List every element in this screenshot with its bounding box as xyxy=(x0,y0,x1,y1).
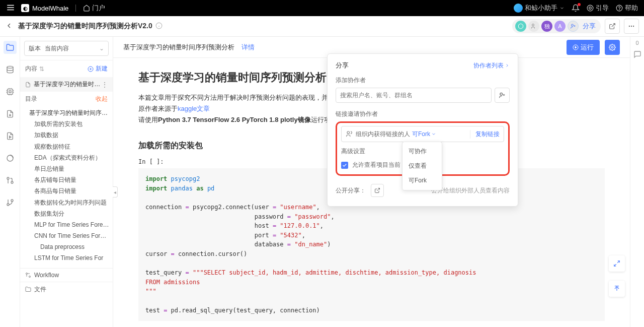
svg-point-46 xyxy=(500,93,503,95)
perm-option-view[interactable]: 仅查看 xyxy=(403,159,442,173)
new-button[interactable]: 新建 xyxy=(88,64,108,73)
svg-point-18 xyxy=(7,66,13,68)
toc-item[interactable]: Data preprocess xyxy=(29,241,113,252)
toc-item[interactable]: LSTM for Time Series For xyxy=(29,252,113,264)
content-label: 内容 xyxy=(25,64,37,73)
nav-run[interactable] xyxy=(4,129,17,143)
nav-data[interactable] xyxy=(4,63,17,76)
info-button[interactable] xyxy=(155,22,163,31)
nav-progress[interactable] xyxy=(4,152,17,165)
allow-view-checkbox[interactable] xyxy=(341,162,348,169)
toc-item[interactable]: CNN for Time Series Forecasting xyxy=(29,230,113,241)
play-circle-icon xyxy=(573,44,579,50)
public-share-desc: 公开给组织外部人员查看内容 xyxy=(431,186,510,195)
toc-item[interactable]: MLP for Time Series Forecasting xyxy=(29,219,113,230)
notification-dot-icon xyxy=(578,3,581,6)
link-invite-label: 链接邀请协作者 xyxy=(336,110,510,118)
collaborator-badges[interactable]: 独 A 分享 xyxy=(512,19,601,33)
svg-point-17 xyxy=(633,26,634,27)
nav-compute[interactable] xyxy=(4,85,17,98)
sort-icon[interactable]: ⇅ xyxy=(39,66,44,73)
toc-item[interactable]: 将数据转化为时间序列问题 xyxy=(29,197,113,208)
toc-item[interactable]: 单日总销量 xyxy=(29,163,113,174)
toc-item[interactable]: 各店铺每日销量 xyxy=(29,174,113,185)
project-title: 基于深度学习的销量时间序列预测分析V2.0 xyxy=(18,22,152,31)
info-icon xyxy=(155,22,163,29)
toc-item[interactable]: 加载数据 xyxy=(29,129,113,141)
toc-item[interactable]: 各商品每日销量 xyxy=(29,185,113,197)
files-label: 文件 xyxy=(34,285,46,294)
toc-item[interactable]: 加载所需的安装包 xyxy=(29,118,113,129)
collapse-button[interactable]: 收起 xyxy=(96,95,108,103)
svg-point-37 xyxy=(7,204,9,206)
svg-point-41 xyxy=(26,273,28,274)
help-label: 帮助 xyxy=(625,4,638,13)
detail-link[interactable]: 详情 xyxy=(242,43,255,52)
collaborator-list-link[interactable]: 协作者列表 xyxy=(473,61,510,70)
share-popover: 分享 协作者列表 添加协作者 链接邀请协作者 组织内获得链接的人 xyxy=(327,53,518,207)
svg-rect-19 xyxy=(7,89,13,95)
file-icon xyxy=(25,82,31,88)
collaborator-search-input[interactable] xyxy=(336,88,492,103)
kaggle-link[interactable]: kaggle文章 xyxy=(178,105,210,112)
run-label: 运行 xyxy=(581,43,594,52)
collab-badge-2 xyxy=(528,21,539,32)
folder-icon xyxy=(25,286,31,292)
perm-option-collab[interactable]: 可协作 xyxy=(403,144,442,159)
svg-point-42 xyxy=(29,276,31,277)
run-button[interactable]: 运行 xyxy=(567,40,600,55)
public-share-label: 公开分享： xyxy=(336,186,366,195)
nav-branch[interactable] xyxy=(4,196,17,209)
file-more-button[interactable]: ⋮ xyxy=(102,81,108,88)
plus-circle-icon xyxy=(88,66,94,72)
assistant-link[interactable]: 和鲸小助手 xyxy=(514,4,565,13)
perm-option-fork[interactable]: 可Fork xyxy=(403,173,442,188)
svg-point-6 xyxy=(619,10,620,10)
back-button[interactable] xyxy=(5,22,13,31)
more-menu-button[interactable] xyxy=(624,19,639,34)
nav-files[interactable] xyxy=(4,41,17,54)
svg-line-52 xyxy=(614,264,616,266)
files-section[interactable]: 文件 xyxy=(20,282,113,297)
workflow-section[interactable]: Workflow xyxy=(20,268,113,282)
svg-line-51 xyxy=(617,261,619,263)
nav-git[interactable] xyxy=(4,174,17,187)
toc-item[interactable]: EDA（探索式资料分析） xyxy=(29,152,113,163)
comments-button[interactable] xyxy=(632,49,643,60)
nav-doc[interactable] xyxy=(4,107,17,120)
copy-link-button[interactable]: 复制链接 xyxy=(470,130,500,139)
brand-logo[interactable]: ◐ ModelWhale xyxy=(21,4,68,12)
public-share-button[interactable] xyxy=(371,184,384,197)
assistant-avatar-icon xyxy=(514,4,523,13)
users-icon xyxy=(346,130,353,138)
link-permission-select[interactable]: 可Fork xyxy=(412,130,436,139)
add-collab-button[interactable] xyxy=(495,88,510,103)
svg-point-11 xyxy=(572,24,574,26)
toc-item[interactable]: 数据集划分 xyxy=(29,208,113,219)
version-select[interactable]: 版本 当前内容 ⌄ xyxy=(24,41,109,56)
highlighted-area: 组织内获得链接的人 可Fork 复制链接 可协作 仅查看 可Fork 高级设置 xyxy=(336,121,510,176)
hamburger-menu[interactable] xyxy=(6,3,15,14)
settings-button[interactable] xyxy=(605,40,620,55)
divider xyxy=(75,5,76,12)
portal-label: 门户 xyxy=(92,4,105,13)
fullscreen-button[interactable] xyxy=(609,255,625,272)
notifications-button[interactable] xyxy=(572,4,580,12)
portal-link[interactable]: 门户 xyxy=(83,4,105,13)
help-link[interactable]: 帮助 xyxy=(616,4,638,13)
chevron-down-icon xyxy=(559,6,565,11)
export-button[interactable] xyxy=(605,19,620,34)
git-pr-icon xyxy=(6,176,14,184)
svg-rect-20 xyxy=(9,91,11,93)
guide-link[interactable]: 引导 xyxy=(587,4,609,13)
workflow-icon xyxy=(25,272,31,278)
share-out-icon xyxy=(374,187,380,193)
file-row[interactable]: 基于深度学习的销量时间… ⋮ xyxy=(20,77,113,92)
sidebar-collapse-handle[interactable]: ◂ xyxy=(113,186,118,198)
scroll-top-button[interactable] xyxy=(609,281,625,297)
user-plus-icon xyxy=(499,92,506,99)
share-button[interactable]: 分享 xyxy=(583,22,596,31)
toc-root[interactable]: 基于深度学习的销量时间序列预测分析 xyxy=(29,107,113,118)
toc-item[interactable]: 观察数据特征 xyxy=(29,141,113,152)
collab-list-label: 协作者列表 xyxy=(473,61,504,70)
